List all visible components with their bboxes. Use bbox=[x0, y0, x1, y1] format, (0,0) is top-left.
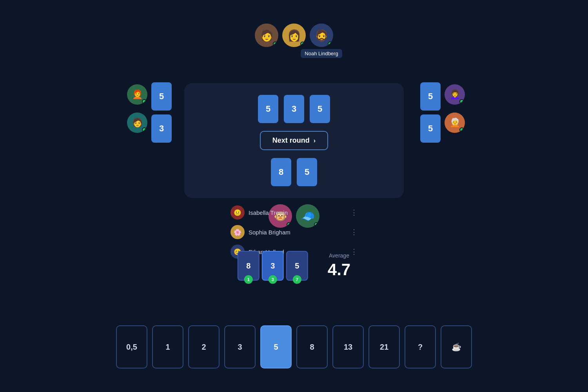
online-indicator bbox=[142, 99, 147, 104]
board-top-cards: 5 3 5 bbox=[258, 95, 330, 123]
right-players: 👩‍🦱 🧑‍🦳 bbox=[445, 84, 465, 133]
vote-count-1: 1 bbox=[244, 275, 253, 284]
vote-result-1: 8 1 bbox=[238, 251, 260, 281]
voter-name-2: Sophia Brigham bbox=[249, 229, 347, 236]
deck-card-0[interactable]: 0,5 bbox=[116, 325, 147, 368]
deck-card-9[interactable]: ☕ bbox=[441, 325, 472, 368]
online-indicator bbox=[328, 42, 332, 46]
board-bottom-cards: 8 5 bbox=[271, 158, 317, 186]
deck-card-6[interactable]: 13 bbox=[332, 325, 364, 368]
online-indicator bbox=[142, 127, 147, 132]
right-player-1: 👩‍🦱 bbox=[445, 84, 465, 105]
next-round-button[interactable]: Next round › bbox=[260, 131, 328, 150]
average-section: Average 4.7 bbox=[328, 252, 350, 279]
card-deck: 0,5 1 2 3 5 8 13 21 ? ☕ bbox=[116, 325, 472, 368]
next-round-label: Next round bbox=[272, 136, 310, 145]
board-card-top-2[interactable]: 3 bbox=[284, 95, 304, 123]
left-card-1[interactable]: 5 bbox=[151, 82, 172, 111]
avatar-right1: 👩‍🦱 bbox=[445, 84, 465, 105]
vote-result-2: 3 3 bbox=[262, 251, 284, 281]
deck-card-4[interactable]: 5 bbox=[260, 325, 292, 368]
top-player-3: 🧔 Noah Lindberg bbox=[310, 24, 333, 47]
deck-card-5[interactable]: 8 bbox=[296, 325, 328, 368]
player-tooltip: Noah Lindberg bbox=[301, 49, 342, 58]
right-card-1[interactable]: 5 bbox=[420, 82, 441, 111]
online-indicator bbox=[273, 42, 278, 46]
deck-card-2[interactable]: 2 bbox=[188, 325, 220, 368]
avatar-noah: 🧔 bbox=[310, 24, 333, 47]
voter-row-2: 🌸 Sophia Brigham ⋮ bbox=[227, 223, 361, 241]
deck-card-8[interactable]: ? bbox=[405, 325, 436, 368]
left-player-2: 🧑 bbox=[127, 113, 147, 133]
top-players: 🧑 👩 🧔 Noah Lindberg bbox=[255, 24, 333, 47]
right-card-2[interactable]: 5 bbox=[420, 114, 441, 143]
results-area: 8 1 3 3 5 7 Average 4.7 bbox=[238, 251, 350, 281]
board-card-top-1[interactable]: 5 bbox=[258, 95, 278, 123]
top-player-1: 🧑 bbox=[255, 24, 278, 47]
deck-card-1[interactable]: 1 bbox=[152, 325, 183, 368]
left-card-2[interactable]: 3 bbox=[151, 114, 172, 143]
avatar-left1: 🧑‍🦰 bbox=[127, 84, 147, 105]
online-indicator bbox=[459, 127, 464, 132]
voter-avatar-2: 🌸 bbox=[230, 225, 245, 239]
left-players: 🧑‍🦰 🧑 bbox=[127, 84, 147, 133]
voter-name-1: Isabella Trewin bbox=[249, 209, 347, 216]
left-player-1: 🧑‍🦰 bbox=[127, 84, 147, 105]
table-board: 5 3 5 Next round › 8 5 bbox=[184, 83, 404, 198]
board-card-bottom-1[interactable]: 8 bbox=[271, 158, 291, 186]
average-value: 4.7 bbox=[328, 260, 350, 279]
left-player-cards: 5 3 bbox=[151, 82, 172, 143]
vote-cards-row: 8 1 3 3 5 7 bbox=[238, 251, 308, 281]
deck-card-3[interactable]: 3 bbox=[224, 325, 256, 368]
board-card-top-3[interactable]: 5 bbox=[310, 95, 330, 123]
deck-card-7[interactable]: 21 bbox=[368, 325, 400, 368]
voter-row-1: 😐 Isabella Trewin ⋮ bbox=[227, 204, 361, 221]
online-indicator bbox=[300, 42, 305, 46]
online-indicator bbox=[459, 99, 464, 104]
voter-menu-icon-3[interactable]: ⋮ bbox=[350, 247, 358, 256]
vote-count-2: 3 bbox=[269, 275, 277, 284]
vote-count-3: 7 bbox=[293, 275, 301, 284]
vote-result-3: 5 7 bbox=[286, 251, 308, 281]
avatar-player1: 🧑 bbox=[255, 24, 278, 47]
top-player-2: 👩 bbox=[282, 24, 306, 47]
avatar-player2: 👩 bbox=[282, 24, 306, 47]
average-label: Average bbox=[329, 252, 349, 259]
avatar-left2: 🧑 bbox=[127, 113, 147, 133]
voter-menu-icon-1[interactable]: ⋮ bbox=[350, 208, 358, 217]
right-player-2: 🧑‍🦳 bbox=[445, 113, 465, 133]
chevron-right-icon: › bbox=[314, 137, 316, 144]
voter-menu-icon-2[interactable]: ⋮ bbox=[350, 228, 358, 236]
avatar-right2: 🧑‍🦳 bbox=[445, 113, 465, 133]
game-area: 🧑 👩 🧔 Noah Lindberg 5 3 5 Ne bbox=[133, 24, 455, 228]
right-player-cards: 5 5 bbox=[420, 82, 441, 143]
voter-avatar-1: 😐 bbox=[230, 205, 245, 220]
board-card-bottom-2[interactable]: 5 bbox=[297, 158, 317, 186]
